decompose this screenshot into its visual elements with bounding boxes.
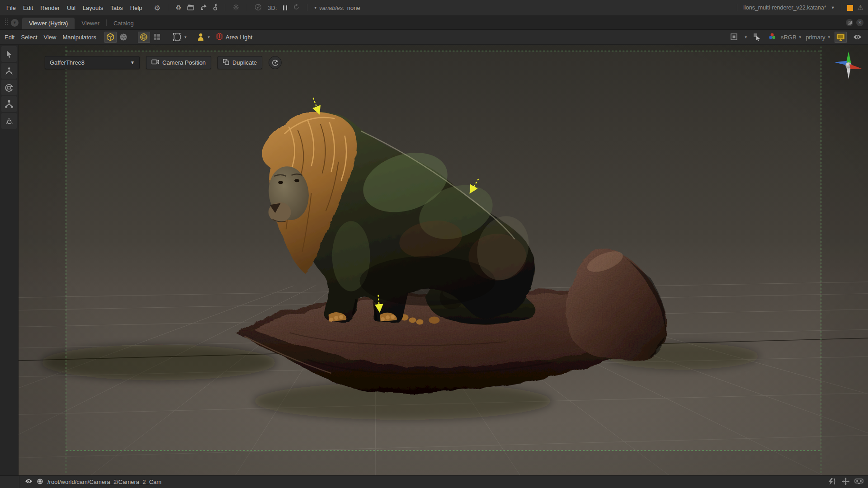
camera-position-button[interactable]: Camera Position	[146, 56, 211, 69]
layer-display-icon[interactable]	[728, 32, 740, 43]
chevron-down-icon[interactable]: ▼	[831, 5, 835, 10]
tab-viewer-hydra[interactable]: Viewer (Hydra)	[22, 18, 75, 29]
gaffer-selector-dropdown[interactable]: GafferThree8 ▼	[45, 56, 140, 69]
pan-move-icon[interactable]	[842, 478, 849, 487]
main-menus: File Edit Render Util Layouts Tabs Help	[5, 5, 142, 11]
globe-world-icon[interactable]	[118, 32, 130, 43]
wireframe-sphere-icon[interactable]	[138, 32, 150, 43]
chevron-down-icon[interactable]: ▾	[745, 35, 747, 39]
menu-render[interactable]: Render	[40, 5, 60, 11]
menu-help[interactable]: Help	[130, 5, 142, 11]
channel-dropdown[interactable]: primary ▾	[806, 34, 830, 41]
clapperboard-icon[interactable]	[187, 4, 194, 12]
quad-view-icon[interactable]	[151, 32, 163, 43]
duplicate-label: Duplicate	[232, 59, 257, 66]
pane-drag-handle[interactable]	[5, 18, 8, 27]
chevron-down-icon: ▾	[315, 5, 317, 10]
viewer-menu-select[interactable]: Select	[21, 34, 37, 41]
variables-value: none	[347, 5, 360, 11]
tab-catalog[interactable]: Catalog	[107, 18, 141, 29]
orbit-light-button[interactable]	[269, 56, 282, 69]
area-light-button[interactable]: Area Light	[216, 33, 252, 42]
camera-icon	[151, 59, 159, 66]
camera-position-label: Camera Position	[162, 59, 206, 66]
rotate-tool[interactable]	[1, 80, 17, 95]
sync-selection-icon[interactable]	[37, 478, 43, 486]
divider	[737, 4, 737, 11]
divider	[225, 4, 225, 11]
flash-render-icon[interactable]	[828, 478, 837, 486]
pause-button[interactable]	[283, 5, 287, 10]
viewer-menu-manipulators[interactable]: Manipulators	[63, 34, 96, 41]
eye-icon[interactable]	[25, 479, 33, 485]
marquee-select-icon[interactable]	[171, 32, 184, 43]
menu-file[interactable]: File	[6, 5, 16, 11]
viewer-menu-view[interactable]: View	[44, 34, 57, 41]
colorspace-value: sRGB	[781, 34, 797, 41]
pick-cursor-icon[interactable]	[751, 32, 764, 43]
rgb-gamut-icon[interactable]	[768, 33, 776, 42]
loop-refresh-icon	[293, 4, 300, 12]
redo-arrow-icon[interactable]	[200, 4, 207, 12]
render-flower-icon[interactable]	[232, 4, 240, 12]
gaffer-controls: GafferThree8 ▼ Camera Position Duplicate	[45, 56, 282, 69]
katana-window: File Edit Render Util Layouts Tabs Help …	[0, 0, 868, 488]
colorspace-dropdown[interactable]: sRGB ▾	[781, 34, 801, 41]
viewer-menu-edit[interactable]: Edit	[5, 34, 14, 41]
shaded-mode-cube-icon[interactable]	[104, 32, 117, 43]
viewer-toolbar: Edit Select View Manipulators	[0, 30, 868, 45]
menu-layouts[interactable]: Layouts	[83, 5, 104, 11]
divider	[168, 4, 168, 11]
duplicate-icon	[223, 59, 229, 66]
float-pane-icon[interactable]	[846, 19, 853, 26]
area-light-icon	[216, 33, 223, 42]
settings-gear-icon[interactable]: ⚙	[154, 4, 160, 12]
hook-icon[interactable]	[213, 4, 217, 12]
chevron-down-icon[interactable]: ▾	[184, 35, 187, 39]
eye-visibility-icon[interactable]	[851, 32, 863, 43]
viewer-tool-sidebar	[0, 45, 19, 475]
translate-tool[interactable]	[1, 63, 17, 79]
menu-tabs[interactable]: Tabs	[110, 5, 123, 11]
render-status-indicator	[847, 5, 853, 11]
divider	[841, 4, 841, 11]
variables-label: variables:	[319, 5, 344, 11]
scene-filename[interactable]: lions_multi-renderer_v22.katana*	[743, 5, 826, 11]
scale-tool[interactable]	[1, 96, 17, 112]
vignette-overlay	[19, 45, 868, 475]
warning-triangle-icon[interactable]: ⚠	[858, 4, 863, 12]
viewport-canvas[interactable]	[19, 45, 868, 475]
menu-util[interactable]: Util	[67, 5, 75, 11]
transform-orient-tool[interactable]	[1, 113, 17, 129]
channel-value: primary	[806, 34, 825, 41]
tab-viewer[interactable]: Viewer	[75, 18, 106, 29]
menu-edit[interactable]: Edit	[23, 5, 33, 11]
person-camera-icon[interactable]	[194, 32, 207, 43]
viewport-3d[interactable]: GafferThree8 ▼ Camera Position Duplicate	[19, 45, 868, 475]
viewer-status-bar: /root/world/cam/Camera_2/Camera_2_Cam	[0, 475, 868, 488]
variables-dropdown[interactable]: ▾ variables: none	[315, 5, 360, 11]
select-arrow-tool[interactable]	[1, 46, 17, 62]
divider	[307, 4, 307, 11]
chevron-down-icon: ▾	[828, 35, 830, 39]
katana-swirl-icon	[255, 4, 262, 12]
area-light-label: Area Light	[226, 34, 252, 41]
stereo-goggles-icon[interactable]	[854, 479, 863, 486]
menu-bar: File Edit Render Util Layouts Tabs Help …	[0, 0, 868, 16]
gaffer-selector-value: GafferThree8	[50, 59, 85, 66]
status-left-pad	[0, 476, 19, 488]
chevron-down-icon: ▾	[799, 35, 802, 39]
recycle-flush-caches-icon[interactable]: ♻	[175, 4, 181, 12]
duplicate-button[interactable]: Duplicate	[217, 56, 262, 69]
monitor-icon[interactable]	[835, 32, 847, 43]
pane-menu-button[interactable]: ▼	[11, 19, 19, 27]
chevron-down-icon[interactable]: ▾	[208, 35, 210, 39]
pane-tab-bar: ▼ Viewer (Hydra) Viewer Catalog ✕	[0, 16, 868, 30]
close-pane-icon[interactable]: ✕	[856, 19, 863, 26]
divider	[247, 4, 247, 11]
chevron-down-icon: ▼	[130, 60, 135, 65]
mode-3d-label: 3D:	[268, 5, 277, 11]
camera-path-readout: /root/world/cam/Camera_2/Camera_2_Cam	[47, 479, 161, 485]
